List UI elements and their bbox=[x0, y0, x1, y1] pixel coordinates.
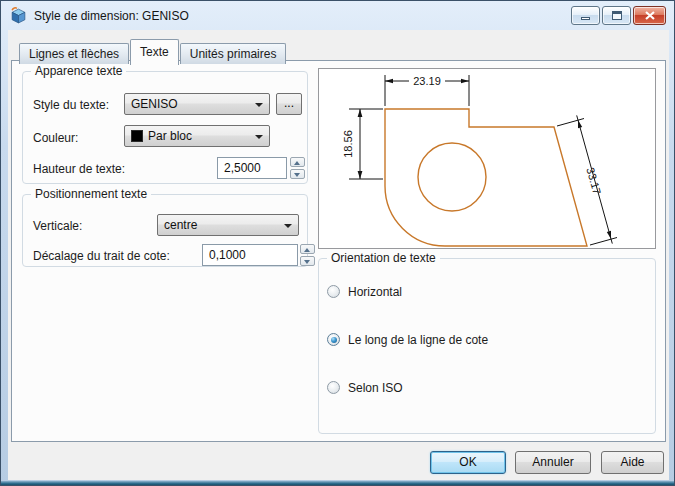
group-orientation-title: Orientation de texte bbox=[327, 251, 440, 265]
verticale-value: centre bbox=[164, 218, 197, 232]
group-positionnement-title: Positionnement texte bbox=[31, 187, 151, 201]
app-icon bbox=[10, 7, 27, 24]
hauteur-de-texte-input[interactable] bbox=[217, 157, 287, 179]
radio-dot bbox=[327, 285, 340, 298]
minimize-icon bbox=[581, 17, 590, 20]
help-button[interactable]: Aide bbox=[601, 451, 664, 474]
radio-horizontal-label: Horizontal bbox=[348, 285, 402, 299]
tab-page-texte: Apparence texte Style du texte: GENISO .… bbox=[11, 60, 666, 442]
group-apparence-texte: Apparence texte Style du texte: GENISO .… bbox=[22, 71, 308, 184]
couleur-value: Par bloc bbox=[148, 129, 192, 143]
spin-down-button[interactable] bbox=[300, 256, 315, 266]
verticale-label: Verticale: bbox=[33, 219, 82, 233]
ok-button[interactable]: OK bbox=[430, 451, 506, 474]
chevron-down-icon bbox=[255, 135, 263, 139]
decalage-spinner bbox=[300, 244, 315, 266]
radio-dot bbox=[327, 333, 340, 346]
style-du-texte-value: GENISO bbox=[131, 97, 178, 111]
couleur-combobox[interactable]: Par bloc bbox=[124, 125, 270, 147]
dimension-preview-drawing: 23.19 18.56 33.17 bbox=[319, 69, 655, 248]
group-apparence-title: Apparence texte bbox=[31, 64, 126, 78]
preview-hole bbox=[418, 143, 486, 211]
dim-aligned-text: 33.17 bbox=[584, 166, 603, 196]
decalage-input[interactable] bbox=[202, 244, 298, 266]
cancel-button[interactable]: Annuler bbox=[515, 451, 591, 474]
preview-dimensions: 23.19 18.56 33.17 bbox=[342, 75, 617, 245]
minimize-button[interactable] bbox=[571, 6, 600, 25]
dim-vertical-text: 18.56 bbox=[342, 130, 354, 158]
dim-horizontal-text: 23.19 bbox=[413, 75, 441, 87]
close-button[interactable] bbox=[633, 6, 666, 25]
radio-selon-iso-label: Selon ISO bbox=[348, 381, 403, 395]
chevron-down-icon bbox=[284, 224, 292, 228]
tab-texte[interactable]: Texte bbox=[130, 39, 179, 65]
verticale-combobox[interactable]: centre bbox=[157, 214, 299, 236]
couleur-label: Couleur: bbox=[33, 131, 78, 145]
style-du-texte-label: Style du texte: bbox=[33, 98, 109, 112]
chevron-down-icon bbox=[255, 103, 263, 107]
window-title: Style de dimension: GENISO bbox=[34, 9, 189, 23]
caption-buttons bbox=[571, 6, 666, 25]
close-icon bbox=[645, 11, 655, 20]
decalage-label: Décalage du trait de cote: bbox=[33, 249, 170, 263]
tab-strip: Lignes et flèches Texte Unités primaires bbox=[19, 39, 287, 64]
window-bottom-edge bbox=[1, 481, 674, 485]
color-swatch bbox=[131, 130, 143, 142]
radio-horizontal[interactable]: Horizontal bbox=[327, 284, 402, 299]
dimension-preview-pane: 23.19 18.56 33.17 bbox=[318, 68, 656, 249]
radio-le-long-label: Le long de la ligne de cote bbox=[348, 333, 488, 347]
spin-up-button[interactable] bbox=[290, 157, 305, 167]
dialog-client-area: Lignes et flèches Texte Unités primaires… bbox=[8, 30, 669, 480]
maximize-icon bbox=[612, 11, 622, 20]
dialog-window: Style de dimension: GENISO Lignes et flè… bbox=[0, 0, 675, 486]
browse-text-style-button[interactable]: ... bbox=[276, 93, 302, 115]
spin-up-button[interactable] bbox=[300, 244, 315, 254]
title-bar[interactable]: Style de dimension: GENISO bbox=[1, 1, 674, 30]
radio-dot bbox=[327, 381, 340, 394]
hauteur-de-texte-label: Hauteur de texte: bbox=[33, 162, 125, 176]
radio-selon-iso[interactable]: Selon ISO bbox=[327, 380, 403, 395]
spin-down-button[interactable] bbox=[290, 169, 305, 179]
radio-le-long-de-la-ligne-de-cote[interactable]: Le long de la ligne de cote bbox=[327, 332, 488, 347]
maximize-button[interactable] bbox=[602, 6, 631, 25]
tab-lignes-et-fleches[interactable]: Lignes et flèches bbox=[19, 43, 129, 64]
hauteur-spinner bbox=[290, 157, 305, 179]
group-orientation-de-texte: Orientation de texte Horizontal Le long … bbox=[318, 258, 656, 434]
tab-unites-primaires[interactable]: Unités primaires bbox=[180, 43, 287, 64]
style-du-texte-combobox[interactable]: GENISO bbox=[124, 93, 270, 115]
group-positionnement-texte: Positionnement texte Verticale: centre D… bbox=[22, 194, 308, 267]
